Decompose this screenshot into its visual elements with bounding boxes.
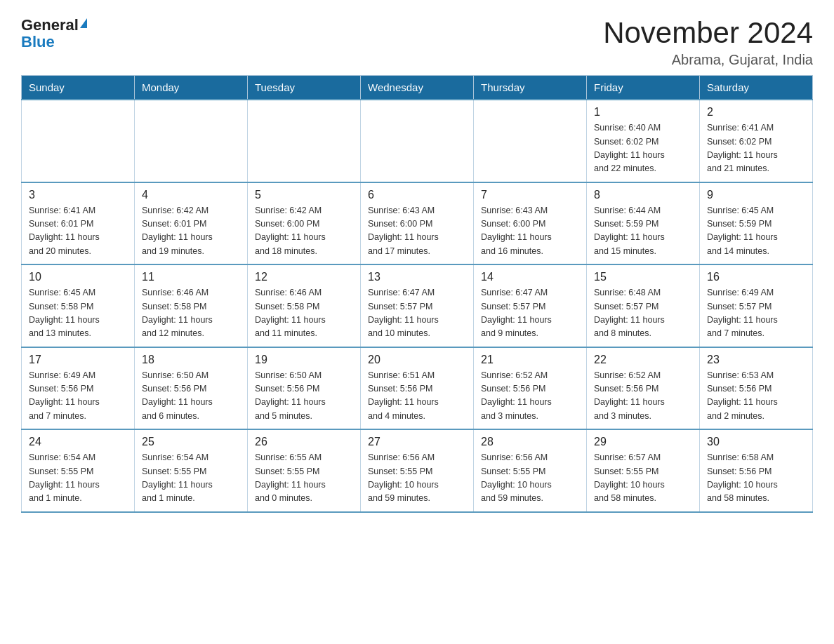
day-info: Sunrise: 6:50 AM Sunset: 5:56 PM Dayligh… [255, 369, 353, 424]
calendar-cell: 14Sunrise: 6:47 AM Sunset: 5:57 PM Dayli… [474, 264, 587, 347]
day-info: Sunrise: 6:47 AM Sunset: 5:57 PM Dayligh… [481, 286, 579, 341]
calendar-cell: 13Sunrise: 6:47 AM Sunset: 5:57 PM Dayli… [361, 264, 474, 347]
weekday-header-monday: Monday [135, 76, 248, 100]
day-number: 14 [481, 271, 579, 283]
calendar-cell: 22Sunrise: 6:52 AM Sunset: 5:56 PM Dayli… [587, 347, 700, 430]
week-row-2: 3Sunrise: 6:41 AM Sunset: 6:01 PM Daylig… [22, 182, 813, 265]
day-number: 23 [707, 354, 805, 366]
day-info: Sunrise: 6:51 AM Sunset: 5:56 PM Dayligh… [368, 369, 466, 424]
day-info: Sunrise: 6:53 AM Sunset: 5:56 PM Dayligh… [707, 369, 805, 424]
day-number: 9 [707, 189, 805, 201]
weekday-header-row: SundayMondayTuesdayWednesdayThursdayFrid… [22, 76, 813, 100]
day-number: 13 [368, 271, 466, 283]
day-number: 7 [481, 189, 579, 201]
day-number: 8 [594, 189, 692, 201]
calendar-cell: 28Sunrise: 6:56 AM Sunset: 5:55 PM Dayli… [474, 429, 587, 512]
calendar-cell: 4Sunrise: 6:42 AM Sunset: 6:01 PM Daylig… [135, 182, 248, 265]
calendar-body: 1Sunrise: 6:40 AM Sunset: 6:02 PM Daylig… [22, 100, 813, 512]
calendar-cell: 23Sunrise: 6:53 AM Sunset: 5:56 PM Dayli… [700, 347, 813, 430]
weekday-header-tuesday: Tuesday [248, 76, 361, 100]
day-info: Sunrise: 6:43 AM Sunset: 6:00 PM Dayligh… [368, 204, 466, 259]
calendar-cell: 3Sunrise: 6:41 AM Sunset: 6:01 PM Daylig… [22, 182, 135, 265]
calendar-cell: 15Sunrise: 6:48 AM Sunset: 5:57 PM Dayli… [587, 264, 700, 347]
calendar-cell: 25Sunrise: 6:54 AM Sunset: 5:55 PM Dayli… [135, 429, 248, 512]
day-info: Sunrise: 6:49 AM Sunset: 5:56 PM Dayligh… [29, 369, 127, 424]
day-info: Sunrise: 6:57 AM Sunset: 5:55 PM Dayligh… [594, 451, 692, 506]
day-number: 17 [29, 354, 127, 366]
calendar-cell: 11Sunrise: 6:46 AM Sunset: 5:58 PM Dayli… [135, 264, 248, 347]
page-header: General Blue November 2024 Abrama, Gujar… [21, 17, 813, 68]
day-info: Sunrise: 6:56 AM Sunset: 5:55 PM Dayligh… [481, 451, 579, 506]
calendar-table: SundayMondayTuesdayWednesdayThursdayFrid… [21, 75, 813, 513]
weekday-header-wednesday: Wednesday [361, 76, 474, 100]
calendar-cell: 26Sunrise: 6:55 AM Sunset: 5:55 PM Dayli… [248, 429, 361, 512]
day-number: 11 [142, 271, 240, 283]
day-number: 4 [142, 189, 240, 201]
day-info: Sunrise: 6:44 AM Sunset: 5:59 PM Dayligh… [594, 204, 692, 259]
day-number: 25 [142, 436, 240, 448]
calendar-cell: 20Sunrise: 6:51 AM Sunset: 5:56 PM Dayli… [361, 347, 474, 430]
day-info: Sunrise: 6:54 AM Sunset: 5:55 PM Dayligh… [29, 451, 127, 506]
week-row-3: 10Sunrise: 6:45 AM Sunset: 5:58 PM Dayli… [22, 264, 813, 347]
day-number: 27 [368, 436, 466, 448]
calendar-cell: 17Sunrise: 6:49 AM Sunset: 5:56 PM Dayli… [22, 347, 135, 430]
day-info: Sunrise: 6:41 AM Sunset: 6:02 PM Dayligh… [707, 121, 805, 176]
location-text: Abrama, Gujarat, India [603, 52, 813, 68]
day-info: Sunrise: 6:46 AM Sunset: 5:58 PM Dayligh… [142, 286, 240, 341]
day-number: 24 [29, 436, 127, 448]
calendar-cell: 10Sunrise: 6:45 AM Sunset: 5:58 PM Dayli… [22, 264, 135, 347]
calendar-header: SundayMondayTuesdayWednesdayThursdayFrid… [22, 76, 813, 100]
weekday-header-friday: Friday [587, 76, 700, 100]
day-number: 12 [255, 271, 353, 283]
calendar-cell: 7Sunrise: 6:43 AM Sunset: 6:00 PM Daylig… [474, 182, 587, 265]
calendar-cell: 12Sunrise: 6:46 AM Sunset: 5:58 PM Dayli… [248, 264, 361, 347]
calendar-cell: 29Sunrise: 6:57 AM Sunset: 5:55 PM Dayli… [587, 429, 700, 512]
day-info: Sunrise: 6:52 AM Sunset: 5:56 PM Dayligh… [481, 369, 579, 424]
day-info: Sunrise: 6:58 AM Sunset: 5:56 PM Dayligh… [707, 451, 805, 506]
day-info: Sunrise: 6:43 AM Sunset: 6:00 PM Dayligh… [481, 204, 579, 259]
day-info: Sunrise: 6:49 AM Sunset: 5:57 PM Dayligh… [707, 286, 805, 341]
calendar-cell [135, 100, 248, 182]
calendar-cell [248, 100, 361, 182]
logo-blue-text: Blue [21, 34, 55, 51]
logo: General Blue [21, 17, 87, 51]
day-number: 15 [594, 271, 692, 283]
day-number: 10 [29, 271, 127, 283]
day-info: Sunrise: 6:47 AM Sunset: 5:57 PM Dayligh… [368, 286, 466, 341]
calendar-cell: 21Sunrise: 6:52 AM Sunset: 5:56 PM Dayli… [474, 347, 587, 430]
day-info: Sunrise: 6:55 AM Sunset: 5:55 PM Dayligh… [255, 451, 353, 506]
day-info: Sunrise: 6:41 AM Sunset: 6:01 PM Dayligh… [29, 204, 127, 259]
calendar-cell [474, 100, 587, 182]
weekday-header-sunday: Sunday [22, 76, 135, 100]
week-row-5: 24Sunrise: 6:54 AM Sunset: 5:55 PM Dayli… [22, 429, 813, 512]
day-number: 3 [29, 189, 127, 201]
week-row-1: 1Sunrise: 6:40 AM Sunset: 6:02 PM Daylig… [22, 100, 813, 182]
day-number: 1 [594, 106, 692, 119]
day-number: 21 [481, 354, 579, 366]
calendar-cell: 2Sunrise: 6:41 AM Sunset: 6:02 PM Daylig… [700, 100, 813, 182]
calendar-cell: 24Sunrise: 6:54 AM Sunset: 5:55 PM Dayli… [22, 429, 135, 512]
week-row-4: 17Sunrise: 6:49 AM Sunset: 5:56 PM Dayli… [22, 347, 813, 430]
calendar-cell: 5Sunrise: 6:42 AM Sunset: 6:00 PM Daylig… [248, 182, 361, 265]
day-number: 22 [594, 354, 692, 366]
month-title: November 2024 [603, 17, 813, 49]
day-number: 29 [594, 436, 692, 448]
day-info: Sunrise: 6:46 AM Sunset: 5:58 PM Dayligh… [255, 286, 353, 341]
day-info: Sunrise: 6:40 AM Sunset: 6:02 PM Dayligh… [594, 121, 692, 176]
calendar-cell: 8Sunrise: 6:44 AM Sunset: 5:59 PM Daylig… [587, 182, 700, 265]
day-number: 6 [368, 189, 466, 201]
day-number: 30 [707, 436, 805, 448]
day-info: Sunrise: 6:48 AM Sunset: 5:57 PM Dayligh… [594, 286, 692, 341]
calendar-cell: 18Sunrise: 6:50 AM Sunset: 5:56 PM Dayli… [135, 347, 248, 430]
calendar-cell: 1Sunrise: 6:40 AM Sunset: 6:02 PM Daylig… [587, 100, 700, 182]
day-info: Sunrise: 6:45 AM Sunset: 5:59 PM Dayligh… [707, 204, 805, 259]
calendar-cell: 27Sunrise: 6:56 AM Sunset: 5:55 PM Dayli… [361, 429, 474, 512]
calendar-cell: 6Sunrise: 6:43 AM Sunset: 6:00 PM Daylig… [361, 182, 474, 265]
day-info: Sunrise: 6:56 AM Sunset: 5:55 PM Dayligh… [368, 451, 466, 506]
calendar-cell: 9Sunrise: 6:45 AM Sunset: 5:59 PM Daylig… [700, 182, 813, 265]
title-area: November 2024 Abrama, Gujarat, India [603, 17, 813, 68]
calendar-cell: 19Sunrise: 6:50 AM Sunset: 5:56 PM Dayli… [248, 347, 361, 430]
day-info: Sunrise: 6:42 AM Sunset: 6:01 PM Dayligh… [142, 204, 240, 259]
day-number: 19 [255, 354, 353, 366]
day-info: Sunrise: 6:50 AM Sunset: 5:56 PM Dayligh… [142, 369, 240, 424]
